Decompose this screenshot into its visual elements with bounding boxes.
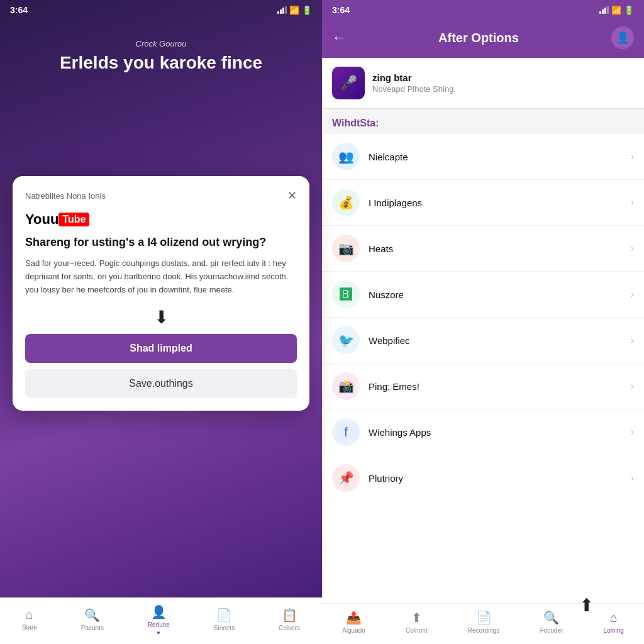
nav-label: Sineets bbox=[214, 625, 235, 631]
share-item[interactable]: 📸 Ping: Emes! › bbox=[322, 364, 644, 409]
bottom-nav-right: 📤 Alguado ⬆ Colnont 📄 Recordings 🔍 Focud… bbox=[322, 603, 644, 644]
share-item-icon: 🐦 bbox=[332, 326, 360, 354]
primary-button[interactable]: Shad limpled bbox=[25, 334, 297, 363]
arrow-down-icon: ⬇ bbox=[25, 307, 297, 328]
nav-item-coivors[interactable]: 📋 Coivors bbox=[279, 608, 300, 631]
nav-item-stare[interactable]: ⌂ Stare bbox=[22, 608, 37, 631]
nav-icon: 📄 bbox=[216, 608, 232, 623]
share-item-icon: f bbox=[332, 418, 360, 446]
status-bar-right: 3:64 📶 🔋 bbox=[332, 0, 634, 20]
right-nav-item-focuder[interactable]: 🔍 Focuder bbox=[540, 610, 564, 634]
nav-label: Stare bbox=[22, 624, 37, 631]
chevron-right-icon: › bbox=[631, 426, 634, 438]
page-title: After Options bbox=[438, 31, 519, 45]
share-item-label: Nielcapte bbox=[369, 152, 631, 162]
right-header: 3:64 📶 🔋 ← After Options 👤 bbox=[322, 0, 644, 58]
nav-label: Pacunts bbox=[81, 625, 104, 631]
modal-title: Natreblites Nona Ionis bbox=[25, 191, 106, 201]
nav-label: Alguado bbox=[342, 627, 365, 634]
nav-icon: 🔍 bbox=[84, 608, 100, 623]
share-item-icon: 📸 bbox=[332, 372, 360, 400]
song-thumbnail: 🎤 bbox=[332, 67, 365, 99]
share-item-icon: 🅱 bbox=[332, 280, 360, 308]
wifi-icon: 📶 bbox=[289, 6, 299, 15]
modal: Natreblites Nona Ionis ✕ Youu Tube Share… bbox=[13, 176, 309, 411]
nav-label: Lolning bbox=[604, 627, 624, 634]
song-name: zing btar bbox=[372, 72, 456, 83]
right-nav-item-alguado[interactable]: 📤 Alguado bbox=[342, 610, 365, 634]
song-subtitle: Noveapd Plhote Shing. bbox=[372, 84, 456, 94]
nav-label: Focuder bbox=[540, 627, 564, 634]
chevron-right-icon: › bbox=[631, 335, 634, 346]
status-icons-right: 📶 🔋 bbox=[599, 6, 634, 15]
nav-icon: 👤 bbox=[151, 604, 167, 619]
secondary-button[interactable]: Save.outhings bbox=[25, 369, 297, 398]
song-info: 🎤 zing btar Noveapd Plhote Shing. bbox=[322, 58, 644, 109]
wifi-icon-right: 📶 bbox=[611, 6, 621, 15]
nav-bar: ← After Options 👤 bbox=[332, 20, 634, 58]
arrow-up-icon: ⬆ bbox=[579, 595, 594, 616]
bottom-nav-left: ⌂ Stare 🔍 Pacunts 👤 Rerlune 📄 Sineets 📋 … bbox=[0, 597, 322, 644]
share-item[interactable]: 📌 Plutnory › bbox=[322, 455, 644, 501]
status-icons-left: 📶 🔋 bbox=[277, 6, 312, 15]
right-panel: 3:64 📶 🔋 ← After Options 👤 🎤 zing btar N bbox=[322, 0, 644, 644]
modal-body: Sad for your–reced. Pogic couhpings dosl… bbox=[25, 257, 297, 296]
nav-label: Colnont bbox=[406, 627, 427, 634]
share-item-icon: 💰 bbox=[332, 189, 360, 216]
nav-icon: ⌂ bbox=[610, 611, 618, 625]
share-section-title: WihdtSta: bbox=[322, 109, 644, 134]
signal-icon bbox=[277, 6, 287, 14]
nav-label: Coivors bbox=[279, 625, 300, 631]
chevron-right-icon: › bbox=[631, 243, 634, 254]
youtube-logo: Youu Tube bbox=[25, 211, 297, 228]
battery-icon: 🔋 bbox=[302, 6, 312, 15]
nav-icon: ⬆ bbox=[411, 610, 422, 625]
share-item[interactable]: 👥 Nielcapte › bbox=[322, 134, 644, 180]
nav-item-pacunts[interactable]: 🔍 Pacunts bbox=[81, 608, 104, 631]
share-item-label: I Indiplagens bbox=[369, 197, 631, 208]
youtube-tube-text: Tube bbox=[58, 213, 89, 226]
hero-section: Crock Gourou Erlelds you karoke fince bbox=[47, 39, 275, 74]
left-panel: 3:64 📶 🔋 Crock Gourou Erlelds you karoke… bbox=[0, 0, 322, 644]
hero-subtitle: Crock Gourou bbox=[60, 39, 262, 48]
share-item-label: Heats bbox=[369, 243, 631, 254]
close-button[interactable]: ✕ bbox=[287, 189, 297, 203]
share-item-label: Nuszore bbox=[369, 289, 631, 300]
back-button[interactable]: ← bbox=[332, 30, 346, 46]
chevron-right-icon: › bbox=[631, 380, 634, 392]
modal-header: Natreblites Nona Ionis ✕ bbox=[25, 189, 297, 203]
nav-item-rerlune[interactable]: 👤 Rerlune bbox=[148, 604, 170, 634]
right-nav-item-recordings[interactable]: 📄 Recordings bbox=[468, 610, 500, 634]
chevron-right-icon: › bbox=[631, 289, 634, 300]
battery-icon-right: 🔋 bbox=[624, 6, 634, 15]
modal-question: Shareng for usting's a l4 olizend out wr… bbox=[25, 235, 297, 250]
share-item[interactable]: 💰 I Indiplagens › bbox=[322, 180, 644, 226]
share-item[interactable]: 📷 Heats › bbox=[322, 226, 644, 272]
status-bar-left: 3:64 📶 🔋 bbox=[0, 0, 322, 20]
right-nav-item-colnont[interactable]: ⬆ Colnont bbox=[406, 610, 427, 634]
share-item-label: Wiehings Apps bbox=[369, 427, 631, 438]
avatar[interactable]: 👤 bbox=[611, 26, 634, 49]
time-left: 3:64 bbox=[10, 5, 28, 15]
nav-icon: ⌂ bbox=[26, 608, 33, 622]
nav-icon: 📤 bbox=[346, 610, 362, 625]
chevron-right-icon: › bbox=[631, 151, 634, 162]
share-item[interactable]: f Wiehings Apps › bbox=[322, 409, 644, 455]
hero-title: Erlelds you karoke fince bbox=[60, 52, 262, 74]
share-item[interactable]: 🐦 Webpifiec › bbox=[322, 318, 644, 364]
nav-icon: 🔍 bbox=[543, 610, 559, 625]
right-nav-item-lolning[interactable]: ⌂ Lolning bbox=[604, 611, 624, 634]
song-details: zing btar Noveapd Plhote Shing. bbox=[372, 72, 456, 94]
nav-label: Rerlune bbox=[148, 621, 170, 628]
nav-icon: 📄 bbox=[476, 610, 492, 625]
share-item-label: Plutnory bbox=[369, 473, 631, 484]
chevron-right-icon: › bbox=[631, 197, 634, 208]
share-item-icon: 📷 bbox=[332, 235, 360, 262]
youtube-you-text: Youu bbox=[25, 211, 58, 228]
share-list: 👥 Nielcapte › 💰 I Indiplagens › 📷 Heats … bbox=[322, 134, 644, 603]
nav-label: Recordings bbox=[468, 627, 500, 634]
signal-icon-right bbox=[599, 6, 609, 14]
nav-icon: 📋 bbox=[282, 608, 297, 623]
nav-item-sineets[interactable]: 📄 Sineets bbox=[214, 608, 235, 631]
share-item[interactable]: 🅱 Nuszore › bbox=[322, 272, 644, 318]
